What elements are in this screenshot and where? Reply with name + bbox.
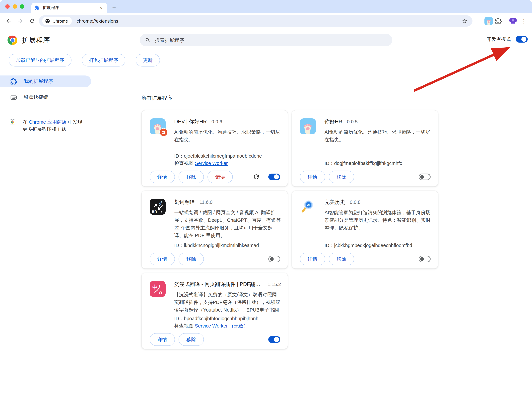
- svg-text:英: 英: [158, 201, 163, 206]
- extension-meta: ID：dogjfmeploffpakiffkgjjlfhkgcmhfc: [324, 160, 431, 170]
- fullscreen-window-button[interactable]: [20, 4, 24, 9]
- remove-button[interactable]: 移除: [178, 171, 204, 183]
- extension-meta: ID：jcbkkhgmbedkjogeihdeecnhfloomfbd: [324, 242, 431, 252]
- store-text-suffix: 中发现: [66, 119, 82, 125]
- site-chip-label: Chrome: [52, 19, 68, 23]
- details-button[interactable]: 详情: [150, 171, 175, 183]
- details-button[interactable]: 详情: [300, 171, 325, 183]
- toggle-knob: [274, 337, 279, 342]
- extension-card-nihao-hr: 你好HR 0.0.5 AI驱动的简历优化、沟通技巧、求职策略，一切尽在指尖。 I…: [291, 110, 438, 187]
- extension-icon-paw: [150, 118, 165, 134]
- new-tab-button[interactable]: +: [110, 3, 118, 12]
- toolbar-right-icons: ⋮: [484, 13, 532, 29]
- webstore-promo-text: 在 Chrome 应用商店 中发现 更多扩展程序和主题: [23, 119, 82, 133]
- remove-button[interactable]: 移除: [178, 253, 204, 265]
- sidebar-item-keyboard-shortcuts[interactable]: 键盘快捷键: [0, 91, 91, 103]
- store-text-prefix: 在: [23, 119, 29, 125]
- store-text-line2: 更多扩展程序和主题: [23, 126, 66, 132]
- extension-meta: ID：ojoefblcakchilcmegfmpamoebfcdehe 检查视图…: [174, 152, 281, 170]
- remove-button[interactable]: 移除: [329, 171, 354, 183]
- url-text: chrome://extensions: [77, 18, 118, 24]
- extension-enable-toggle[interactable]: [268, 336, 280, 343]
- page-title: 扩展程序: [22, 36, 50, 45]
- puzzle-icon: [10, 78, 17, 85]
- puzzle-favicon: [35, 5, 40, 10]
- profile-avatar[interactable]: [509, 17, 517, 25]
- chrome-mono-icon: [45, 18, 50, 24]
- extension-card-dev-nihao-hr: DEV | 你好HR 0.0.6 AI驱动的简历优化、沟通技巧、求职策略，一切尽…: [141, 110, 288, 187]
- reload-extension-icon[interactable]: [253, 173, 260, 181]
- extensions-actions-row: 加载已解压的扩展程序 打包扩展程序 更新: [9, 54, 160, 66]
- address-bar[interactable]: Chrome chrome://extensions: [39, 15, 473, 27]
- service-worker-link[interactable]: Service Worker: [195, 161, 228, 166]
- bookmark-star-icon[interactable]: [462, 18, 468, 25]
- extension-description: AI智能管家为您打造清爽的浏览体验，基于身份场景智能分类管理历史记录。特色：智能…: [324, 209, 431, 232]
- browser-tab[interactable]: 扩展程序 ✕: [31, 3, 107, 13]
- back-button[interactable]: [3, 15, 14, 27]
- load-unpacked-button[interactable]: 加载已解压的扩展程序: [9, 54, 71, 66]
- update-button[interactable]: 更新: [136, 54, 160, 66]
- card-footer: 详情 移除: [150, 333, 281, 346]
- browser-toolbar: Chrome chrome://extensions ⋮: [0, 13, 532, 29]
- site-chip[interactable]: Chrome: [42, 17, 72, 25]
- extension-id: jcbkkhgmbedkjogeihdeecnhfloomfbd: [334, 243, 412, 248]
- extension-name: 划词翻译: [174, 199, 195, 206]
- minimize-window-button[interactable]: [13, 4, 17, 9]
- webstore-promo: 在 Chrome 应用商店 中发现 更多扩展程序和主题: [0, 110, 102, 133]
- sidebar-item-my-extensions[interactable]: 我的扩展程序: [0, 76, 91, 87]
- extension-id: ikhdkkncnoglghljlkmcimlnlhkeamad: [184, 243, 259, 248]
- pinned-extension-paw-icon[interactable]: [484, 17, 493, 25]
- extension-enable-toggle[interactable]: [419, 256, 431, 262]
- extensions-grid: DEV | 你好HR 0.0.6 AI驱动的简历优化、沟通技巧、求职策略，一切尽…: [141, 110, 438, 349]
- remove-button[interactable]: 移除: [329, 253, 354, 265]
- extension-name: DEV | 你好HR: [174, 118, 207, 125]
- forward-button[interactable]: [15, 15, 26, 27]
- service-worker-link[interactable]: Service Worker （无效）: [195, 323, 248, 329]
- sidebar-item-label: 键盘快捷键: [24, 94, 48, 101]
- reload-button[interactable]: [27, 15, 38, 27]
- details-button[interactable]: 详情: [300, 253, 325, 265]
- extension-enable-toggle[interactable]: [268, 256, 280, 262]
- toggle-knob: [420, 257, 424, 261]
- extension-description: AI驱动的简历优化、沟通技巧、求职策略，一切尽在指尖。: [324, 128, 431, 144]
- extension-enable-toggle[interactable]: [419, 174, 431, 180]
- extension-name: 你好HR: [324, 118, 342, 125]
- details-button[interactable]: 详情: [150, 253, 175, 265]
- extensions-puzzle-icon[interactable]: [495, 18, 502, 24]
- extension-card-wanmei-lishi: AI 完美历史 0.0.8 AI智能管家为您打造清爽的浏览体验，基于身份场景智能…: [291, 190, 438, 269]
- extension-version: 1.15.2: [267, 282, 281, 287]
- developer-mode-toggle[interactable]: [516, 36, 528, 43]
- extension-meta: ID：bpoadfkcbjbfhfodiogcnhhhpibjhbnh 检查视图…: [174, 315, 281, 333]
- sidebar-item-label: 我的扩展程序: [24, 78, 53, 84]
- dev-badge-icon: [159, 128, 168, 137]
- errors-button[interactable]: 错误: [208, 171, 233, 183]
- extension-enable-toggle[interactable]: [268, 174, 280, 180]
- tab-close-icon[interactable]: ✕: [98, 5, 104, 11]
- search-box[interactable]: [140, 34, 392, 46]
- browser-menu-icon[interactable]: ⋮: [520, 18, 528, 25]
- search-input[interactable]: [154, 37, 387, 43]
- svg-text:中: 中: [152, 284, 158, 290]
- extension-id-row: ID：ikhdkkncnoglghljlkmcimlnlhkeamad: [174, 242, 281, 249]
- close-window-button[interactable]: [5, 4, 10, 9]
- extension-version: 11.6.0: [200, 200, 213, 205]
- header-divider: [0, 72, 532, 72]
- extension-icon-translate-en: 英en: [150, 199, 165, 215]
- extension-card-immersive-translate: 中A 沉浸式翻译 - 网页翻译插件 | PDF翻译 | ... 1.15.2 【…: [141, 273, 288, 349]
- extension-icon-immersive-translate: 中A: [150, 281, 165, 297]
- extension-name: 完美历史: [324, 199, 345, 206]
- inspect-views-row: 检查视图 Service Worker （无效）: [174, 322, 281, 329]
- remove-button[interactable]: 移除: [178, 333, 204, 346]
- search-icon: [145, 37, 151, 43]
- extension-description: 【沉浸式翻译】免费的（原文/译文）双语对照网页翻译插件，支持PDF翻译（保留排版…: [174, 291, 281, 314]
- sidebar: 我的扩展程序 键盘快捷键: [0, 76, 102, 133]
- details-button[interactable]: 详情: [150, 333, 175, 346]
- toggle-knob: [274, 174, 279, 179]
- extension-id-row: ID：bpoadfkcbjbfhfodiogcnhhhpibjhbnh: [174, 315, 281, 322]
- pack-extension-button[interactable]: 打包扩展程序: [82, 54, 125, 66]
- toggle-knob: [420, 175, 424, 179]
- webstore-link[interactable]: Chrome 应用商店: [29, 119, 66, 125]
- extension-id-row: ID：ojoefblcakchilcmegfmpamoebfcdehe: [174, 152, 281, 160]
- card-footer: 详情 移除: [150, 252, 281, 266]
- toolbar-separator: [505, 18, 505, 24]
